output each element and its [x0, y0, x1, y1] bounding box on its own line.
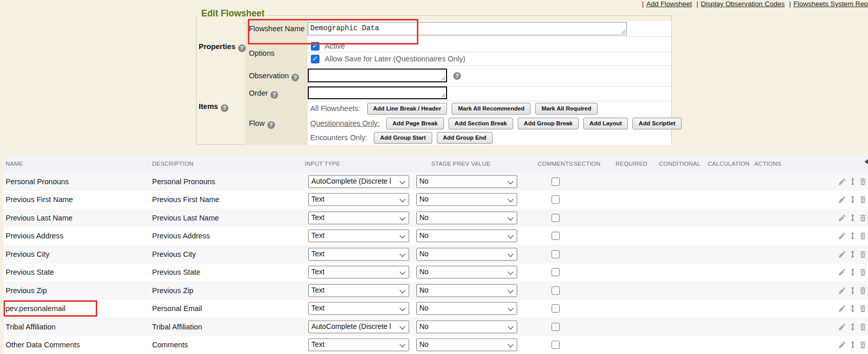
help-icon[interactable]: ?	[267, 121, 275, 129]
input-type-select[interactable]: Text	[308, 302, 409, 315]
input-type-select[interactable]: AutoComplete (Discrete l	[308, 175, 409, 188]
flow-button[interactable]: Mark All Required	[535, 103, 597, 115]
description-cell: Comments	[152, 341, 188, 349]
comments-checkbox[interactable]	[552, 214, 560, 222]
move-up-down-icon[interactable]	[850, 269, 856, 276]
delete-trash-icon[interactable]	[859, 286, 866, 294]
move-up-down-icon[interactable]	[850, 196, 856, 204]
delete-trash-icon[interactable]	[859, 341, 866, 349]
active-checkbox[interactable]	[311, 42, 320, 51]
resize-handle[interactable]	[441, 76, 446, 81]
flow-button[interactable]: Add Scriptlet	[632, 118, 682, 129]
stage-prev-value-select[interactable]: No	[416, 320, 517, 333]
edit-pencil-icon[interactable]	[838, 232, 846, 240]
stage-prev-value-select[interactable]: No	[416, 339, 517, 351]
input-type-select[interactable]: Text	[308, 193, 409, 206]
comments-checkbox[interactable]	[552, 304, 560, 313]
stage-prev-value-select[interactable]: No	[416, 211, 517, 224]
chevron-down-icon	[507, 342, 513, 347]
flow-button[interactable]: Add Layout	[583, 118, 628, 129]
add-flowsheet-link[interactable]: Add Flowsheet	[646, 0, 692, 8]
comments-checkbox[interactable]	[552, 250, 560, 258]
order-input[interactable]	[308, 86, 447, 99]
move-up-down-icon[interactable]	[850, 214, 856, 222]
comments-checkbox[interactable]	[552, 178, 560, 186]
delete-trash-icon[interactable]	[859, 250, 866, 258]
delete-trash-icon[interactable]	[859, 196, 866, 204]
comments-checkbox[interactable]	[552, 195, 560, 204]
delete-trash-icon[interactable]	[859, 214, 866, 222]
stage-prev-value-select[interactable]: No	[416, 266, 517, 279]
flow-button[interactable]: Add Group Start	[374, 132, 432, 144]
comments-checkbox[interactable]	[552, 323, 560, 331]
edit-pencil-icon[interactable]	[838, 305, 846, 313]
flow-label: Flow?	[249, 119, 275, 129]
move-up-down-icon[interactable]	[850, 178, 856, 185]
input-type-select[interactable]: AutoComplete (Discrete l	[308, 320, 409, 333]
move-up-down-icon[interactable]	[850, 250, 856, 258]
delete-trash-icon[interactable]	[859, 232, 866, 240]
edit-pencil-icon[interactable]	[838, 250, 846, 258]
input-type-select[interactable]: Text	[308, 230, 409, 242]
move-up-down-icon[interactable]	[850, 232, 856, 240]
comments-checkbox[interactable]	[552, 232, 560, 240]
comments-checkbox[interactable]	[552, 341, 560, 349]
flow-button[interactable]: Add Section Break	[449, 118, 513, 129]
help-icon[interactable]: ?	[270, 91, 278, 99]
input-type-select[interactable]: Text	[308, 211, 409, 224]
move-up-down-icon[interactable]	[850, 323, 856, 330]
input-type-select[interactable]: Text	[308, 339, 409, 351]
stage-prev-value-select[interactable]: No	[416, 230, 517, 242]
help-icon[interactable]: ?	[238, 45, 246, 52]
input-type-select[interactable]: Text	[308, 248, 409, 260]
flow-button[interactable]: Add Line Break / Header	[367, 103, 448, 115]
row-actions	[838, 323, 866, 330]
display-observation-codes-link[interactable]: Display Observation Codes	[701, 0, 785, 8]
stage-prev-value-select[interactable]: No	[416, 284, 517, 297]
flow-button[interactable]: Mark All Recommended	[452, 103, 531, 115]
stage-prev-value-select[interactable]: No	[416, 302, 517, 315]
edit-pencil-icon[interactable]	[838, 286, 846, 294]
delete-trash-icon[interactable]	[859, 305, 866, 313]
observation-input[interactable]	[308, 69, 447, 82]
flowsheet-name-input[interactable]: Demographic Data	[308, 22, 627, 35]
help-icon[interactable]: ?	[291, 74, 299, 81]
help-icon[interactable]: ?	[221, 104, 228, 112]
table-row: Previous Address Previous Address Text N…	[4, 227, 868, 246]
move-up-down-icon[interactable]	[850, 341, 856, 349]
stage-prev-value-select[interactable]: No	[416, 193, 517, 206]
edit-pencil-icon[interactable]	[838, 214, 846, 222]
input-type-select[interactable]: Text	[308, 266, 409, 279]
stage-prev-value-select[interactable]: No	[416, 175, 517, 188]
allow-save-for-later-checkbox[interactable]	[311, 55, 320, 63]
description-cell: Previous Zip	[152, 286, 194, 295]
move-up-down-icon[interactable]	[850, 305, 856, 313]
help-icon[interactable]: ?	[453, 72, 461, 80]
edit-pencil-icon[interactable]	[838, 196, 846, 204]
input-type-select[interactable]: Text	[308, 284, 409, 297]
flow-button[interactable]: Add Group Break	[518, 118, 579, 129]
move-up-down-icon[interactable]	[850, 286, 856, 294]
comments-checkbox[interactable]	[552, 286, 560, 295]
delete-trash-icon[interactable]	[859, 178, 866, 185]
comments-checkbox[interactable]	[552, 268, 560, 276]
flow-button[interactable]: Add Page Break	[386, 118, 443, 129]
delete-trash-icon[interactable]	[859, 323, 866, 330]
flow-button[interactable]: Add Group End	[437, 132, 493, 144]
edit-flowsheet-fieldset: Properties? Items? Flowsheet Name Option…	[196, 15, 672, 145]
questionnaires-only-link[interactable]: Questionnaires Only:	[310, 119, 379, 127]
select-value: Text	[311, 195, 399, 203]
edit-pencil-icon[interactable]	[838, 323, 846, 330]
edit-pencil-icon[interactable]	[838, 178, 846, 185]
options-label: Options	[249, 49, 274, 57]
stage-prev-value-select[interactable]: No	[416, 248, 517, 260]
description-cell: Previous First Name	[152, 195, 219, 204]
flowsheets-system-reports-link[interactable]: Flowsheets System Rep	[793, 0, 868, 8]
chevron-down-icon	[507, 305, 513, 311]
edit-pencil-icon[interactable]	[838, 341, 846, 349]
resize-handle[interactable]	[441, 93, 446, 98]
resize-handle[interactable]	[621, 30, 626, 34]
edit-pencil-icon[interactable]	[838, 269, 846, 276]
description-cell: Tribal Affiliation	[152, 323, 202, 331]
delete-trash-icon[interactable]	[859, 269, 866, 276]
